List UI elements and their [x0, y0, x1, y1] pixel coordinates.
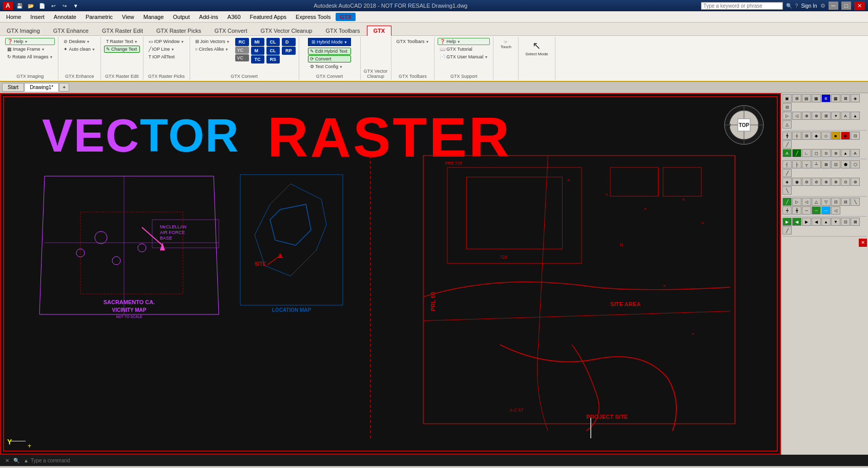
tab-gtx-imaging[interactable]: GTX Imaging [0, 26, 47, 36]
rp-btn-9-8[interactable]: ⊠ [851, 218, 860, 226]
rp-btn-7-2[interactable]: ▷ [792, 198, 801, 206]
rc-button[interactable]: RC [235, 38, 249, 46]
tab-gtx-toolbars[interactable]: GTX Toolbars [319, 26, 366, 36]
rp-btn-3-5[interactable]: ◇ [821, 132, 831, 140]
rp-btn-2-6[interactable]: ✦ [831, 112, 840, 120]
rp-btn-8-3[interactable]: ─ [802, 206, 811, 215]
rp-btn-1-4[interactable]: ▦ [812, 94, 821, 102]
rp-btn-1-9[interactable]: ⊟ [782, 103, 792, 111]
rp-btn-1-3[interactable]: ▤ [802, 94, 811, 102]
auto-clean-button[interactable]: ✦ Auto clean ▼ [61, 46, 97, 53]
rp-btn-6-6[interactable]: ⊗ [831, 178, 840, 186]
hybrid-mode-button[interactable]: ⊞ Hybrid Mode ▼ [308, 38, 351, 46]
rp-btn-5-3[interactable]: ┬ [802, 160, 811, 168]
circles-alike-button[interactable]: ○ Circles Alike ▼ [193, 46, 232, 53]
iop-alltext-button[interactable]: T IOP AllText [147, 53, 187, 60]
rp-btn-5-2[interactable]: ├ [792, 160, 801, 168]
gtx-user-manual-button[interactable]: 📄 GTX User Manual ▼ [438, 53, 490, 60]
rp-btn-4-5[interactable]: ⊙ [821, 149, 831, 157]
rp-btn-5-8[interactable]: ⬡ [851, 160, 860, 168]
menu-insert[interactable]: Insert [26, 13, 49, 21]
menu-express[interactable]: Express Tools [292, 13, 335, 21]
deskew-button[interactable]: ⊘ Deskew ▼ [61, 38, 97, 45]
quick-more[interactable]: ▼ [71, 1, 80, 10]
sign-in-button[interactable]: Sign In [801, 3, 817, 9]
rp-btn-5-5[interactable]: ⊠ [821, 160, 831, 168]
tab-gtx-support[interactable]: GTX [367, 26, 392, 36]
rp-btn-5-1[interactable]: ┤ [782, 160, 792, 168]
select-mode-button[interactable]: ↖ Select Mode [523, 38, 550, 58]
mi-button[interactable]: MI [251, 38, 264, 46]
rp-btn-3-6[interactable]: ■ [831, 132, 840, 140]
rp-btn-7-3[interactable]: ◁ [802, 198, 811, 206]
rp-btn-4-8[interactable]: A [851, 149, 860, 157]
rp-btn-3-3[interactable]: ⊞ [802, 132, 811, 140]
quick-new[interactable]: 📄 [37, 1, 47, 10]
rp-btn-1-6[interactable]: ▩ [831, 94, 840, 102]
help-button[interactable]: ❓ Help ▼ [5, 38, 55, 45]
doc-tab-drawing1[interactable]: Drawing1* [24, 83, 59, 92]
app-icon[interactable]: A [3, 2, 13, 10]
rp-btn-8-6[interactable]: ◁ [831, 206, 840, 215]
rp-btn-2-7[interactable]: A [841, 112, 850, 120]
rp-btn-3-7[interactable]: ■ [841, 132, 850, 140]
touch-button[interactable]: ☞ Touch [497, 38, 515, 51]
rp-btn-4-7[interactable]: ▲ [841, 149, 850, 157]
rp-btn-7-8[interactable]: ╲ [851, 198, 860, 206]
rotate-images-button[interactable]: ↻ Rotate All Images ▼ [5, 53, 55, 60]
rp-btn-8-2[interactable]: ╋ [792, 206, 801, 215]
settings-icon[interactable]: ⚙ [820, 3, 825, 9]
rp-btn-3-4[interactable]: ◆ [812, 132, 821, 140]
rp-btn-6-2[interactable]: ◉ [792, 178, 801, 186]
rp-btn-7-5[interactable]: ▽ [821, 198, 831, 206]
rp-btn-7-7[interactable]: ⊟ [841, 198, 850, 206]
rp-btn-2-1[interactable]: ▷ [782, 112, 792, 120]
tc-button[interactable]: TC [251, 55, 264, 63]
rp-btn-6-9[interactable]: ╲ [782, 186, 792, 195]
menu-addins[interactable]: Add-ins [195, 13, 222, 21]
menu-home[interactable]: Home [2, 13, 25, 21]
tab-gtx-enhance[interactable]: GTX Enhance [47, 26, 95, 36]
support-help-button[interactable]: ❓ Help ▼ [438, 38, 490, 45]
canvas-area[interactable]: VECTOR RASTER McCLELLA [0, 93, 781, 455]
tab-gtx-vector-cleanup[interactable]: GTX Vector Cleanup [254, 26, 319, 36]
menu-gtx[interactable]: GTX [336, 13, 356, 21]
quick-undo[interactable]: ↩ [49, 1, 58, 10]
iop-line-button[interactable]: ╱ IOP Line ▼ [147, 46, 187, 53]
rp-btn-4-6[interactable]: ⊛ [831, 149, 840, 157]
rp-button[interactable]: RP [282, 47, 296, 55]
rp-btn-6-8[interactable]: ⊚ [851, 178, 860, 186]
rp-btn-3-8[interactable]: ⊡ [851, 132, 860, 140]
rp-btn-6-3[interactable]: ⊖ [802, 178, 811, 186]
convert-button[interactable]: ⟳ Convert [308, 55, 351, 62]
rp-btn-5-9[interactable]: ╱ [782, 169, 792, 177]
command-input[interactable] [31, 458, 865, 463]
rp-btn-7-1[interactable]: ╱ [782, 198, 792, 206]
gtx-toolbars-btn[interactable]: GTX Toolbars ▼ [395, 38, 431, 45]
help-icon[interactable]: ? [795, 3, 798, 9]
cmd-expand-btn[interactable]: ▲ [22, 458, 31, 463]
rp-btn-1-8[interactable]: ◈ [851, 94, 860, 102]
close-button[interactable]: ✕ [854, 2, 865, 10]
menu-a360[interactable]: A360 [223, 13, 245, 21]
iop-window-button[interactable]: ▭ IOP Window ▼ [147, 38, 187, 45]
cmd-search-btn[interactable]: 🔍 [11, 458, 22, 463]
rp-btn-9-3[interactable]: ▶ [802, 218, 811, 226]
rp-btn-3-9[interactable]: ╱ [782, 140, 792, 148]
rp-btn-8-1[interactable]: ┿ [782, 206, 792, 215]
rp-btn-6-5[interactable]: ⊕ [821, 178, 831, 186]
edit-hybrid-text-button[interactable]: ✎ Edit Hybrid Text [308, 48, 351, 55]
doc-tab-add[interactable]: + [59, 83, 69, 92]
rp-btn-4-2[interactable]: ╱ [792, 149, 801, 157]
rp-btn-7-4[interactable]: △ [812, 198, 821, 206]
menu-featured[interactable]: Featured Apps [246, 13, 291, 21]
rp-btn-2-9[interactable]: △ [782, 120, 792, 129]
rp-btn-2-8[interactable]: ▲ [851, 112, 860, 120]
vc-button[interactable]: VC [235, 54, 249, 61]
doc-tab-start[interactable]: Start [2, 83, 24, 92]
rp-btn-1-2[interactable]: ⊞ [792, 94, 801, 102]
tab-gtx-raster-picks[interactable]: GTX Raster Picks [150, 26, 208, 36]
d-button[interactable]: D [282, 38, 296, 46]
rp-btn-8-5[interactable]: ─ [821, 206, 831, 215]
rp-btn-5-6[interactable]: ⊡ [831, 160, 840, 168]
